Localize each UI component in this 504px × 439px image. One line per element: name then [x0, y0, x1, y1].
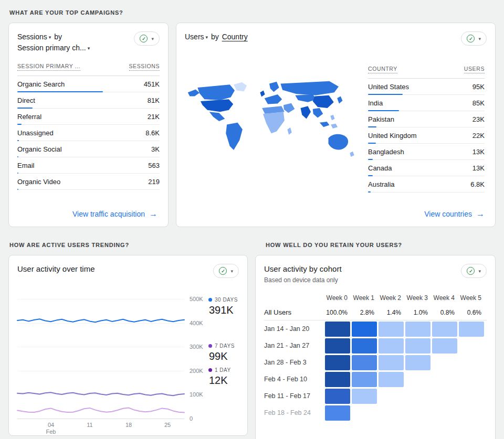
map-region-uk: [260, 90, 265, 97]
column-header-metric[interactable]: SESSIONS: [129, 63, 160, 71]
arrow-right-icon: →: [149, 210, 158, 218]
analytics-dashboard: WHAT ARE YOUR TOP CAMPAIGNS? Sessions▾ b…: [0, 0, 504, 439]
y-tick-label: 400K: [190, 320, 203, 326]
chevron-down-icon: ▾: [478, 36, 481, 41]
cohort-cell: [379, 338, 404, 354]
series-dot-icon: [208, 344, 212, 348]
cohort-cell: [325, 322, 350, 337]
bottom-cards-row: User activity over time ✓ ▾ 500K: [8, 255, 496, 439]
row-label: Organic Search: [17, 80, 65, 88]
table-row: United Kingdom22K: [368, 127, 485, 144]
table-row: Unassigned8.6K: [17, 125, 160, 141]
map-region-scandinavia: [269, 81, 279, 92]
card-title: User activity over time: [17, 264, 95, 274]
row-label: All Users: [264, 308, 323, 316]
world-map: [185, 46, 368, 204]
users-by-country-card: Users▾ by Country ✓ ▾: [176, 23, 496, 227]
map-region-madagascar: [287, 127, 291, 135]
data-quality-button[interactable]: ✓ ▾: [134, 31, 160, 46]
week-header: Week 1: [352, 294, 377, 302]
metric-selector[interactable]: Users▾: [185, 33, 208, 41]
card-header: Users▾ by Country ✓ ▾: [176, 23, 495, 46]
all-users-value: 100.0%: [325, 309, 350, 316]
row-label: Australia: [368, 180, 395, 188]
map-region-philippines: [330, 114, 334, 120]
dimension-selector[interactable]: Country: [222, 33, 248, 41]
column-header-dimension[interactable]: COUNTRY: [368, 66, 397, 73]
section-titles-row: HOW ARE ACTIVE USERS TRENDING? HOW WELL …: [8, 239, 496, 255]
y-tick-label: 0: [190, 415, 193, 422]
column-header-dimension[interactable]: SESSION PRIMARY ...: [17, 63, 80, 71]
card-title: User activity by cohort: [264, 264, 342, 274]
series-dot-icon: [208, 298, 212, 302]
cohort-cell: [379, 355, 404, 370]
row-value: 3K: [151, 145, 160, 153]
cohort-row: Jan 21 - Jan 27: [264, 337, 487, 354]
card-footer: View countries→: [176, 204, 495, 227]
view-traffic-acquisition-link[interactable]: View traffic acquisition→: [72, 210, 158, 218]
chevron-down-icon: ▾: [88, 43, 90, 53]
card-title-block: User activity by cohort Based on device …: [264, 264, 342, 284]
data-quality-button[interactable]: ✓ ▾: [213, 264, 239, 278]
cohort-cell: [352, 355, 377, 370]
card-header: User activity over time ✓ ▾: [9, 255, 247, 278]
dimension-selector[interactable]: Session primary ch...▾: [17, 44, 90, 52]
series-dot-icon: [208, 368, 212, 372]
cohort-cell: [379, 372, 404, 387]
row-value: 8.6K: [145, 129, 160, 137]
row-value: 219: [148, 178, 160, 186]
map-region-russia: [280, 81, 339, 95]
cohort-cell: [352, 389, 377, 404]
row-label: Feb 11 - Feb 17: [264, 392, 323, 400]
map-region-australia: [328, 134, 348, 149]
row-label: Organic Video: [17, 178, 60, 186]
activity-plot: [17, 299, 184, 419]
cohort-card: User activity by cohort Based on device …: [255, 255, 496, 439]
map-region-usa: [201, 99, 233, 112]
map-region-china: [313, 95, 334, 108]
by-label: by: [54, 33, 62, 41]
section-title-campaigns: WHAT ARE YOUR TOP CAMPAIGNS?: [9, 9, 495, 16]
week-header: Week 2: [379, 294, 404, 302]
map-region-south-america: [226, 122, 243, 149]
week-header: Week 0: [325, 294, 350, 302]
card-title: Sessions▾ by Session primary ch...▾: [17, 31, 90, 53]
map-region-new-guinea: [331, 123, 338, 128]
section-title-retention: HOW WELL DO YOU RETAIN YOUR USERS?: [266, 242, 402, 248]
metric-selector[interactable]: Sessions▾: [17, 33, 51, 41]
column-header-metric[interactable]: USERS: [464, 66, 485, 73]
x-tick-label: 25: [164, 422, 171, 429]
row-value: 563: [148, 162, 160, 169]
cohort-cell: [405, 322, 430, 337]
row-label: Organic Social: [17, 145, 62, 153]
cohort-cell: [325, 405, 350, 421]
legend-item-30-days: 30 DAYS 391K: [208, 297, 238, 316]
data-quality-button[interactable]: ✓ ▾: [461, 31, 487, 46]
value-bar: [368, 191, 371, 192]
week-header: Week 3: [405, 294, 430, 302]
map-card-body: COUNTRY USERS United States95K India85K …: [176, 46, 495, 204]
row-label: Pakistan: [368, 115, 394, 123]
x-axis: 04Feb 11 18 25: [17, 422, 184, 435]
data-quality-button[interactable]: ✓ ▾: [461, 264, 487, 278]
map-region-canada: [197, 84, 235, 100]
view-countries-link[interactable]: View countries→: [424, 210, 485, 218]
cohort-cell: [432, 322, 457, 337]
table-row: Referral21K: [17, 109, 160, 125]
map-region-indonesia: [320, 121, 330, 126]
top-cards-row: Sessions▾ by Session primary ch...▾ ✓ ▾ …: [8, 23, 496, 227]
row-label: Jan 28 - Feb 3: [264, 359, 323, 366]
chart-legend: 30 DAYS 391K 7 DAYS 99K 1 DAY 12K: [207, 299, 239, 419]
cohort-cell: [432, 338, 457, 354]
cohort-row: Feb 11 - Feb 17: [264, 388, 487, 404]
row-value: 13K: [472, 148, 485, 156]
card-footer: View traffic acquisition→: [9, 204, 168, 227]
map-region-europe: [265, 94, 282, 104]
check-circle-icon: ✓: [140, 35, 148, 42]
map-region-mexico: [209, 112, 225, 121]
cohort-table: Week 0 Week 1 Week 2 Week 3 Week 4 Week …: [256, 291, 495, 421]
map-region-alaska: [188, 89, 200, 96]
table-row: Direct81K: [17, 92, 160, 109]
table-row: Bangladesh13K: [368, 144, 485, 160]
row-label: Feb 18 - Feb 24: [264, 409, 323, 416]
